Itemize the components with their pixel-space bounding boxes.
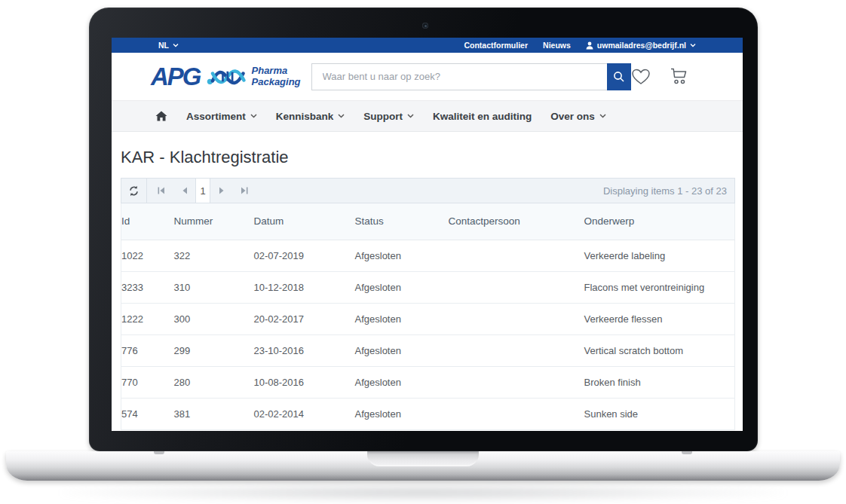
user-icon <box>586 41 593 50</box>
language-selector[interactable]: NL <box>158 41 179 50</box>
prev-page-button[interactable] <box>173 179 195 203</box>
chevron-down-icon <box>407 114 414 118</box>
table-header-row: Id Nummer Datum Status Contactpersoon On… <box>121 203 735 240</box>
cell-datum: 02-02-2014 <box>254 398 355 429</box>
chevron-down-icon <box>338 114 345 118</box>
cell-onderwerp: Sunken side <box>584 398 735 429</box>
user-account-menu[interactable]: uwmailadres@bedrijf.nl <box>586 41 696 50</box>
cell-nummer: 299 <box>174 334 254 366</box>
nav-support[interactable]: Support <box>363 111 414 122</box>
nav-kwaliteit[interactable]: Kwaliteit en auditing <box>433 111 532 122</box>
page: NL Contactformulier Nieuws uwmailadres@b… <box>0 0 846 504</box>
cell-id: 3233 <box>121 271 174 303</box>
column-header-status[interactable]: Status <box>355 203 449 240</box>
cell-id: 776 <box>121 334 174 366</box>
home-icon <box>155 111 167 121</box>
column-header-datum[interactable]: Datum <box>254 203 355 240</box>
cell-contactpersoon <box>449 398 584 429</box>
cell-contactpersoon <box>449 303 584 334</box>
main-nav: Assortiment Kennisbank Support Kwaliteit… <box>112 100 743 132</box>
cell-status: Afgesloten <box>355 303 449 334</box>
top-utility-bar: NL Contactformulier Nieuws uwmailadres@b… <box>112 38 743 53</box>
next-page-button[interactable] <box>210 179 233 203</box>
table-row[interactable]: 776 299 23-10-2016 Afgesloten Vertical s… <box>121 334 735 366</box>
cell-status: Afgesloten <box>355 240 449 271</box>
cell-id: 1022 <box>121 240 174 271</box>
cell-datum: 02-07-2019 <box>254 240 355 271</box>
first-page-button[interactable] <box>150 179 173 203</box>
last-page-button[interactable] <box>233 179 256 203</box>
nav-assortiment[interactable]: Assortiment <box>186 111 257 122</box>
chevron-down-icon <box>173 43 179 47</box>
first-page-icon <box>157 186 166 195</box>
cell-status: Afgesloten <box>355 398 449 429</box>
laptop-base <box>6 451 840 481</box>
logo-tagline: Pharma Packaging <box>252 66 301 87</box>
contact-form-link[interactable]: Contactformulier <box>464 41 528 50</box>
column-header-onderwerp[interactable]: Onderwerp <box>584 203 735 240</box>
cell-nummer: 381 <box>174 398 254 429</box>
table-row[interactable]: 1022 322 02-07-2019 Afgesloten Verkeerde… <box>121 240 735 271</box>
nav-over-ons[interactable]: Over ons <box>550 111 606 122</box>
hinge-mark <box>682 451 692 454</box>
cell-id: 770 <box>121 366 174 398</box>
cell-datum: 23-10-2016 <box>254 334 355 366</box>
nav-home[interactable] <box>155 111 167 121</box>
laptop-thumb-notch <box>367 451 479 466</box>
cart-icon[interactable] <box>670 67 689 86</box>
cell-status: Afgesloten <box>355 366 449 398</box>
cell-nummer: 300 <box>174 303 254 334</box>
language-label: NL <box>158 41 169 50</box>
cell-contactpersoon <box>449 240 584 271</box>
cell-status: Afgesloten <box>355 334 449 366</box>
cell-datum: 10-12-2018 <box>254 271 355 303</box>
cell-onderwerp: Vertical scratch bottom <box>584 334 735 366</box>
cell-id: 1222 <box>121 303 174 334</box>
site-header: APG Pharma Packaging <box>112 53 743 100</box>
cell-nummer: 280 <box>174 366 254 398</box>
current-page-number[interactable]: 1 <box>195 179 210 203</box>
cell-contactpersoon <box>449 366 584 398</box>
cell-status: Afgesloten <box>355 271 449 303</box>
search-button[interactable] <box>607 63 631 90</box>
refresh-button[interactable] <box>121 179 147 203</box>
cell-onderwerp: Broken finish <box>584 366 735 398</box>
hinge-mark <box>154 451 164 454</box>
search-bar <box>311 63 631 90</box>
prev-page-icon <box>181 186 188 195</box>
page-title: KAR - Klachtregistratie <box>121 146 735 169</box>
pager-status-text: Displaying items 1 - 23 of 23 <box>603 185 734 197</box>
table-row[interactable]: 1222 300 20-02-2017 Afgesloten Verkeerde… <box>121 303 735 334</box>
news-link[interactable]: Nieuws <box>543 41 571 50</box>
chevron-down-icon <box>250 114 257 118</box>
cell-onderwerp: Flacons met verontreiniging <box>584 271 735 303</box>
table-row[interactable]: 770 280 10-08-2016 Afgesloten Broken fin… <box>121 366 735 398</box>
wishlist-heart-icon[interactable] <box>631 68 651 86</box>
cell-contactpersoon <box>449 334 584 366</box>
cell-contactpersoon <box>449 271 584 303</box>
company-logo[interactable]: APG Pharma Packaging <box>151 63 301 90</box>
column-header-id[interactable]: Id <box>121 203 174 240</box>
column-header-nummer[interactable]: Nummer <box>174 203 254 240</box>
next-page-icon <box>219 186 225 195</box>
last-page-icon <box>240 186 249 195</box>
table-row[interactable]: 3233 310 10-12-2018 Afgesloten Flacons m… <box>121 271 735 303</box>
search-input[interactable] <box>311 63 607 90</box>
cell-datum: 10-08-2016 <box>254 366 355 398</box>
cell-onderwerp: Verkeerde flessen <box>584 303 735 334</box>
grid-toolbar: 1 Displaying items 1 - 23 of 23 <box>121 178 735 203</box>
chevron-down-icon <box>690 43 696 47</box>
column-header-contactpersoon[interactable]: Contactpersoon <box>449 203 584 240</box>
refresh-icon <box>128 185 139 197</box>
nav-kennisbank[interactable]: Kennisbank <box>276 111 345 122</box>
dna-helix-icon <box>206 63 247 90</box>
chevron-down-icon <box>599 114 606 118</box>
cell-id: 574 <box>121 398 174 429</box>
laptop-reflection <box>60 484 786 502</box>
cell-nummer: 310 <box>174 271 254 303</box>
table-row[interactable]: 574 381 02-02-2014 Afgesloten Sunken sid… <box>121 398 735 429</box>
complaints-table: Id Nummer Datum Status Contactpersoon On… <box>121 203 735 430</box>
browser-viewport: NL Contactformulier Nieuws uwmailadres@b… <box>112 38 743 431</box>
user-email: uwmailadres@bedrijf.nl <box>597 41 686 50</box>
cell-nummer: 322 <box>174 240 254 271</box>
